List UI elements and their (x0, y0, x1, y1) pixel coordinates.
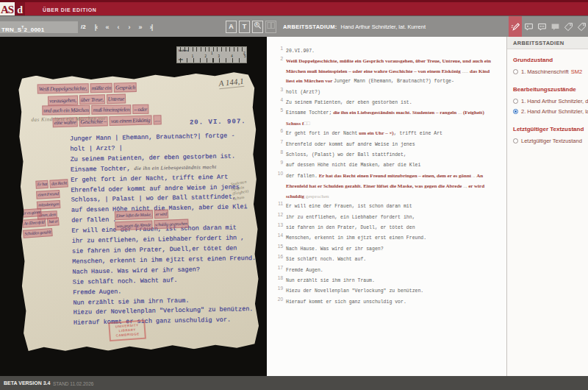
header-bar: AS d ÜBER DIE EDITION (0, 0, 588, 15)
transcript-line: 20Hierauf kommt er sich ganz unschuldig … (273, 296, 498, 306)
line-number: 1 (273, 45, 283, 52)
transcript-segment: Hiezu der Novellenplan "Verlockung" zu b… (286, 288, 423, 294)
stage-option-label: 1. Hand Arthur Schnitzler, dt. Kurrent (521, 98, 588, 104)
zoom-text-button[interactable]: A (252, 21, 263, 33)
stage-option-radio[interactable]: 1. MaschinenschriftSM2 (513, 68, 588, 75)
view-buttons: ATA (226, 21, 276, 33)
transcript-segment: ... (458, 110, 463, 116)
handwritten-word: müßte ein (90, 83, 112, 93)
stage-option-selected[interactable]: 2. Hand Arthur Schnitzler, lat. Kurrent (513, 108, 588, 115)
font-size-button[interactable]: A (226, 21, 237, 33)
nav-next-fast-button[interactable]: » (135, 21, 145, 33)
transcript-line: 12ihr zu entfliehen, ein Liebhaber forde… (273, 211, 498, 221)
ruler-cm-number: 2 (205, 54, 207, 58)
nav-prev-fast-button[interactable]: « (102, 21, 112, 33)
handwritten-word: Untreue (106, 94, 126, 104)
handwritten-word: Gespräch (114, 82, 137, 93)
transcription-panel: 120.VI.907.2Weiß Doppelgeschichte, müßte… (267, 37, 506, 376)
line-number: 17 (273, 264, 283, 272)
text-view-button[interactable]: T (239, 21, 250, 33)
transcript-segment: Menschen, erkennt in ihm ejtzt erst eine… (286, 235, 426, 241)
handwritten-word: was gegen die Abrede (115, 220, 152, 230)
radio-button[interactable] (513, 138, 518, 143)
transcript-segment: □□ (304, 121, 309, 127)
comment-icon[interactable] (522, 16, 535, 38)
radio-button[interactable] (513, 69, 518, 74)
transcript-line: 4Zu seinem Patienten, der eben gestorben… (273, 96, 498, 107)
line-number: 18 (273, 274, 283, 282)
stage-option-radio[interactable]: Letztgültiger Textzustand (513, 138, 588, 144)
sidebar-groups: Grundzustand1. MaschinenschriftSM2Bearbe… (507, 49, 588, 144)
line-number: 8 (273, 149, 283, 156)
facsimile-viewer[interactable]: Inches cm 1212345 A 144,1 Weiß Doppelges… (0, 37, 267, 376)
page-id-input[interactable]: TRN_ST2_0001 (0, 21, 78, 33)
transcript-line: 6Er geht fort in der Nacht um ein Uhr – … (273, 127, 498, 138)
transcript-line: 2Weiß Doppelgeschichte, müßte ein Gesprä… (273, 55, 498, 85)
sidebar-group: Bearbeitungszustände1. Hand Arthur Schni… (507, 79, 588, 115)
transcript-segment: Fremde Augen. (286, 268, 323, 273)
transcript-line: 5Einsame Tochter; die ihn ein Liebesgest… (273, 107, 498, 127)
transcript-segment: Ehrenfeld oder kommt auf andre Weise in … (286, 142, 415, 147)
line-number: 5 (273, 107, 283, 114)
stage-option-label: Letztgültiger Textzustand (521, 138, 582, 144)
radio-button[interactable] (513, 109, 518, 114)
transcript-line: 16Sie schläft noch. Wacht auf. (273, 253, 498, 263)
transcript-segment: holt (Arzt?) (286, 90, 320, 95)
transcript-segment: Einsame Tochter; (286, 110, 331, 116)
stage-option-radio[interactable]: 1. Hand Arthur Schnitzler, dt. Kurrent (513, 98, 588, 104)
ruler-cm-number: 3 (218, 54, 220, 58)
page-layout-button (265, 21, 276, 33)
page-navigation: |‹«‹›»›| (91, 21, 156, 33)
typescript-text: Junger Mann | Ehemann, Brautnacht?| fort… (70, 131, 257, 329)
tag-alt-icon[interactable] (575, 16, 588, 38)
comments-dots-icon[interactable] (535, 16, 548, 38)
stage-option-label: 2. Hand Arthur Schnitzler, lat. Kurrent (521, 108, 588, 115)
page-total-label: /2 (81, 21, 86, 33)
radio-button[interactable] (513, 99, 518, 104)
arbeitsstadium-value: Hand Arthur Schnitzler, lat. Kurrent (341, 24, 426, 30)
transcript-line: 7Ehrenfeld oder kommt auf andre Weise in… (273, 138, 498, 149)
nav-prev-button[interactable]: ‹ (113, 21, 123, 33)
sidebar-group-heading: Grundzustand (513, 57, 588, 63)
ruler-label-inches: Inches (179, 49, 188, 52)
handwritten-word: – oder (132, 104, 148, 114)
pen-icon[interactable] (509, 16, 522, 38)
doc-id-prefix: TRN_S (1, 26, 21, 33)
transcript-segment: Nun erzählt sie ihm ihrn Traum. (286, 278, 375, 283)
nav-last-button[interactable]: ›| (146, 21, 156, 33)
transcript-line: 15Nach Hause. Was wird er ihr sagen? (273, 243, 498, 253)
transcript-segment: Er geht fort in der Nacht (286, 131, 358, 136)
line-number: 10 (273, 170, 283, 177)
transcript-segment: Weiß Doppelgeschichte, müßte ein Gespräc… (286, 58, 491, 74)
line-number: 4 (273, 96, 283, 104)
line-number: 13 (273, 221, 283, 229)
comment-filled-icon[interactable] (548, 16, 562, 38)
line-number: 19 (273, 285, 283, 292)
transcript-segment: der fallen. (286, 174, 318, 179)
handwritten-word: das Recht (50, 179, 68, 188)
line-number: 14 (273, 232, 283, 239)
transcript-segment: Er hat das Recht einen Freund mitzubring… (318, 173, 473, 179)
sidebar-group: Letztgültiger TextzustandLetztgültiger T… (507, 118, 588, 144)
transcript-segment: sie fahren in den Prater, Duell, er töte… (286, 225, 415, 230)
arbeitsstadium-label: ARBEITSSTADIUM: (283, 24, 337, 30)
tag-icon[interactable] (562, 16, 575, 38)
line-number: 16 (273, 253, 283, 260)
handwritten-word: Schulden gezahlt (23, 228, 53, 238)
stand-date-label: STAND 11.02.2026 (53, 381, 93, 386)
nav-next-button[interactable]: › (124, 21, 134, 33)
ruler-inch-number: 1 (211, 52, 213, 55)
nav-first-button[interactable]: |‹ (91, 21, 101, 33)
transcript-line: 8Schloss, (Palast) wo der Ball stattfind… (273, 149, 498, 159)
line-number: 7 (273, 138, 283, 146)
line-number: 3 (273, 86, 283, 93)
svg-text:A: A (256, 23, 259, 26)
line-number: 6 (273, 127, 283, 135)
transcript-line: 9auf dessen Höhe nicht die Masken, aber … (273, 159, 498, 169)
handwritten-word: Weiß Doppelgeschichte, (37, 83, 89, 93)
app-window: AS d ÜBER DIE EDITION TRN_ST2_0001 /2 |‹… (0, 0, 588, 390)
transcript-line: 10der fallen. Er hat das Recht einen Fre… (273, 170, 498, 200)
line-number: 20 (273, 296, 283, 303)
transcript-segment: Junger Mann (Ehemann, Brautnacht?) fortg… (334, 79, 454, 84)
toolbar: TRN_ST2_0001 /2 |‹«‹›»›| ATA ARBEITSSTAD… (0, 15, 588, 37)
